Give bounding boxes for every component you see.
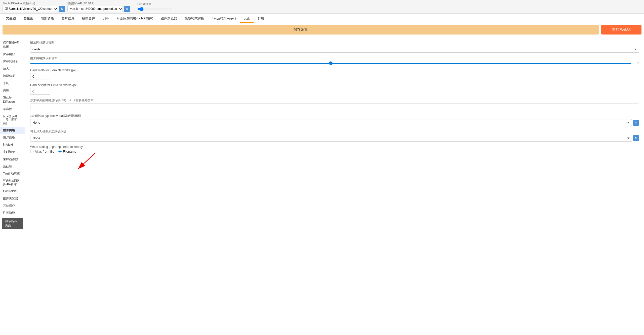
lora-select-wrapper: None ↻ <box>30 135 639 142</box>
lora-select[interactable]: None <box>30 135 632 142</box>
lora-refresh-btn[interactable]: ↻ <box>633 135 639 141</box>
sidebar: 保存图像/省格图 保存路径 保存到目录 放大 脸部修复 系统 训练 Stable… <box>0 37 25 335</box>
sidebar-item-upscale[interactable]: 放大 <box>0 65 25 72</box>
hypernetwork-refresh-btn[interactable]: ↻ <box>633 120 639 126</box>
vae-refresh-btn[interactable]: ↻ <box>124 6 130 12</box>
tab-kuozhan[interactable]: 扩展 <box>254 15 268 23</box>
radio-filename-label: Filename <box>63 150 76 153</box>
default-view-label: 附加网格默认视图 <box>30 41 639 45</box>
red-arrow-annotation <box>70 153 101 174</box>
sidebar-item-gallery[interactable]: 图库浏览器 <box>0 195 25 202</box>
card-width-group: Card width for Extra Networks (px) <box>30 69 639 80</box>
model-label: Stable Diffusion 模型(ckpt) <box>3 2 65 5</box>
sidebar-item-user-panel[interactable]: 用户面板 <box>0 134 25 141</box>
sidebar-item-lora-plugin[interactable]: 可选附加网络(LoRA插件) <box>0 177 25 188</box>
nav-tabs: 文生图 图生图 附加功能 图片信息 模型合并 训练 可选附加网络(LoRA插件)… <box>0 14 644 23</box>
sidebar-item-postprocessing[interactable]: 后处理 <box>0 163 25 170</box>
sidebar-item-compat[interactable]: 兼容性 <box>0 106 25 113</box>
clip-section: Clip 跳过层 2 <box>137 2 171 11</box>
radio-group-lora: Alias from file Filename <box>30 150 639 153</box>
tab-tupianxinxi[interactable]: 图片信息 <box>58 15 78 23</box>
top-bar: Stable Diffusion 模型(ckpt) 写实/realisticVi… <box>0 0 644 14</box>
extra-text-input[interactable] <box>30 104 639 110</box>
action-bar: 保存设置 重启 WebUI <box>0 23 644 37</box>
sidebar-item-license[interactable]: 许可协议 <box>0 209 25 217</box>
tab-moxinggeshizhuanhuan[interactable]: 模型格式转换 <box>181 15 208 23</box>
tab-lora[interactable]: 可选附加网络(LoRA插件) <box>113 15 157 23</box>
tab-tagrecommend[interactable]: Tag反推(Tagger) <box>208 15 239 23</box>
restart-webui-button[interactable]: 重启 WebUI <box>601 25 641 35</box>
default-multiplier-label: 附加网络默认乘值率 <box>30 56 639 60</box>
tab-settings[interactable]: 设置 <box>240 15 254 23</box>
radio-filename[interactable]: Filename <box>58 150 76 153</box>
card-width-input[interactable] <box>30 73 50 80</box>
sidebar-item-show-all[interactable]: 显示所有页面 <box>2 218 23 229</box>
radio-alias-label: Alias from file <box>35 150 54 153</box>
model-refresh-btn[interactable]: ↻ <box>59 6 65 12</box>
radio-alias-input[interactable] <box>30 150 33 153</box>
sidebar-item-interrogate[interactable]: 反应提示词（图生图页面） <box>0 113 25 127</box>
sidebar-item-sd[interactable]: Stable Diffusion <box>0 94 25 106</box>
card-height-label: Card height for Extra Networks (px) <box>30 83 639 87</box>
sidebar-item-save-path[interactable]: 保存路径 <box>0 51 25 58</box>
extra-text-label: 添加额外的网络进行操作时，<...>前的额外文本 <box>30 98 639 103</box>
sidebar-item-face-restore[interactable]: 脸部修复 <box>0 72 25 80</box>
default-multiplier-slider-row: 1 <box>30 61 639 65</box>
hypernetwork-select-wrapper: None ↻ <box>30 119 639 126</box>
vae-section: 模型的 VAE (SD VAE) vae-ft-mse-840000-ema-p… <box>67 2 130 12</box>
hypernetwork-label: 将超网络(Hypernetwork)添加到提示词 <box>30 114 639 118</box>
default-multiplier-value: 1 <box>634 61 639 65</box>
vae-select[interactable]: vae-ft-mse-840000-ema-pruned.safetensors <box>67 6 123 12</box>
sidebar-item-tag-autocomplete[interactable]: Tag自动填充 <box>0 170 25 177</box>
model-select-row: 写实/realisticVisionV20_v20.safetensors [c… <box>3 6 65 12</box>
vae-select-row: vae-ft-mse-840000-ema-pruned.safetensors… <box>67 6 130 12</box>
refer-lora-group: When adding to prompt, refer to lora by … <box>30 145 639 153</box>
svg-line-1 <box>78 153 96 169</box>
vae-label: 模型的 VAE (SD VAE) <box>67 2 130 5</box>
card-width-label: Card width for Extra Networks (px) <box>30 69 639 72</box>
radio-alias-from-file[interactable]: Alias from file <box>30 150 54 153</box>
content-area: 附加网格默认视图 cardsthumbslist 附加网络默认乘值率 1 Car… <box>25 37 644 335</box>
sidebar-item-controlnet[interactable]: ControlNet <box>0 188 25 195</box>
lora-label: 将 LoRA 模型添加到提示提 <box>30 129 639 134</box>
hypernetwork-select[interactable]: None <box>30 119 632 126</box>
extra-text-group: 添加额外的网络进行操作时，<...>前的额外文本 <box>30 98 639 110</box>
tab-tukuliulan[interactable]: 图库浏览器 <box>157 15 181 23</box>
default-view-select[interactable]: cardsthumbslist <box>30 46 639 53</box>
clip-label: Clip 跳过层 <box>137 2 171 6</box>
tab-tusheng[interactable]: 图生图 <box>20 15 37 23</box>
model-section: Stable Diffusion 模型(ckpt) 写实/realisticVi… <box>3 2 65 12</box>
sidebar-item-save-dir[interactable]: 保存到目录 <box>0 58 25 65</box>
main-layout: 保存图像/省格图 保存路径 保存到目录 放大 脸部修复 系统 训练 Stable… <box>0 37 644 335</box>
clip-value: 2 <box>170 7 171 11</box>
card-height-input[interactable] <box>30 88 50 95</box>
clip-slider[interactable] <box>137 7 168 11</box>
clip-slider-row: 2 <box>137 7 171 11</box>
sidebar-item-infotext[interactable]: Infotext <box>0 141 25 148</box>
refer-lora-label: When adding to prompt, refer to lora by <box>30 145 639 149</box>
sidebar-item-sampler-params[interactable]: 采样器参数 <box>0 156 25 163</box>
sidebar-item-other-ops[interactable]: 其他操作 <box>0 202 25 209</box>
lora-group: 将 LoRA 模型添加到提示提 None ↻ <box>30 129 639 142</box>
tab-moxinghecheng[interactable]: 模型合并 <box>78 15 99 23</box>
default-view-group: 附加网格默认视图 cardsthumbslist <box>30 41 639 53</box>
tab-wenzheng[interactable]: 文生图 <box>3 15 19 23</box>
card-height-group: Card height for Extra Networks (px) <box>30 83 639 95</box>
save-settings-button[interactable]: 保存设置 <box>3 25 599 35</box>
radio-filename-input[interactable] <box>58 150 62 153</box>
default-multiplier-slider[interactable] <box>30 63 631 64</box>
sidebar-item-save-image[interactable]: 保存图像/省格图 <box>0 39 25 51</box>
hypernetwork-group: 将超网络(Hypernetwork)添加到提示词 None ↻ <box>30 114 639 126</box>
sidebar-item-extra-networks[interactable]: 附加网络 <box>0 127 25 134</box>
default-multiplier-group: 附加网络默认乘值率 1 <box>30 56 639 65</box>
model-select[interactable]: 写实/realisticVisionV20_v20.safetensors [c… <box>3 6 58 12</box>
tab-fujia[interactable]: 附加功能 <box>37 15 57 23</box>
sidebar-item-system[interactable]: 系统 <box>0 80 25 87</box>
sidebar-item-training[interactable]: 训练 <box>0 87 25 94</box>
sidebar-item-live-preview[interactable]: 实时预览 <box>0 148 25 156</box>
tab-xunlian[interactable]: 训练 <box>99 15 113 23</box>
